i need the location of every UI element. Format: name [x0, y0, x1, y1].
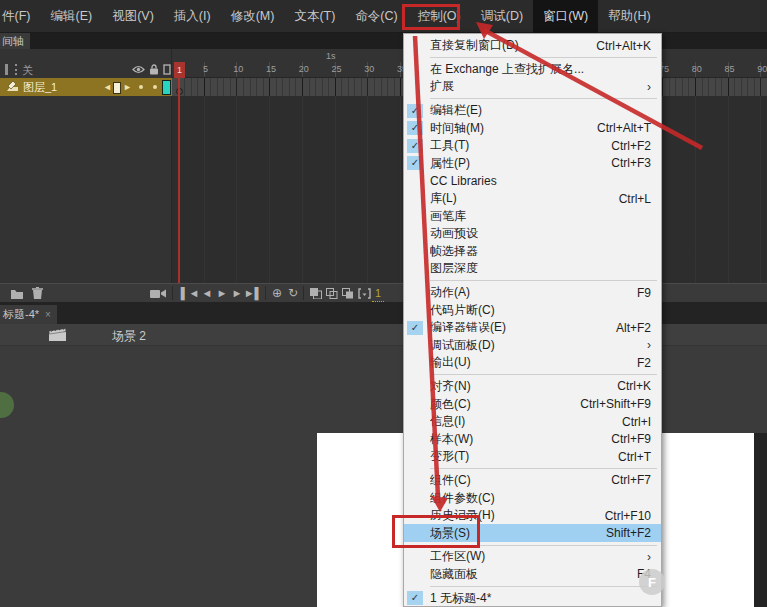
menubar-item-control[interactable]: 控制(O) [408, 0, 471, 33]
menu-item-tools[interactable]: ✓工具(T)Ctrl+F2 [404, 137, 661, 155]
menu-item-shortcut: Ctrl+Shift+F9 [580, 397, 651, 411]
layer-row-1[interactable]: 图层_1 ◄ ► [0, 78, 172, 96]
modify-markers-icon[interactable] [356, 285, 372, 301]
menu-item-properties[interactable]: ✓属性(P)Ctrl+F3 [404, 155, 661, 173]
menu-item-scene[interactable]: 场景(S)Shift+F2 [404, 524, 661, 542]
menubar-item-window[interactable]: 窗口(W) [533, 0, 598, 33]
menu-item-label: 代码片断(C) [430, 302, 651, 319]
toolbar-separator [172, 286, 173, 300]
menu-item-workspace[interactable]: 工作区(W)› [404, 548, 661, 566]
menubar-item-insert[interactable]: 插入(I) [164, 0, 221, 33]
menubar-item-help[interactable]: 帮助(H) [598, 0, 660, 33]
check-column [407, 567, 423, 581]
menu-item-untitled-doc[interactable]: ✓1 无标题-4* [404, 589, 661, 607]
show-hide-all-layers-eye-icon[interactable] [132, 64, 145, 76]
document-tab-label: 标题-4* [3, 307, 39, 322]
current-frame-counter[interactable]: 1 [372, 285, 384, 302]
menu-item-shortcut: Ctrl+F2 [611, 139, 651, 153]
menu-item-actions[interactable]: 动作(A)F9 [404, 284, 661, 302]
play-button[interactable]: ► [214, 285, 230, 301]
menu-item-find-extensions[interactable]: 在 Exchange 上查找扩展名... [404, 61, 661, 79]
menu-item-motion-presets[interactable]: 动画预设 [404, 225, 661, 243]
menu-item-brush-library[interactable]: 画笔库 [404, 207, 661, 225]
menubar-item-view[interactable]: 视图(V) [102, 0, 164, 33]
menubar-item-commands[interactable]: 命令(C) [345, 0, 407, 33]
outline-all-layers-icon[interactable] [163, 64, 171, 77]
window-dropdown-menu: 直接复制窗口(D)Ctrl+Alt+K在 Exchange 上查找扩展名...扩… [403, 33, 662, 607]
tab-timeline[interactable]: 间轴 [0, 33, 30, 50]
go-to-last-frame-button[interactable]: ►▌ [244, 285, 262, 301]
layer-name[interactable]: 图层_1 [23, 80, 57, 95]
menu-item-label: 颜色(C) [430, 396, 568, 413]
menu-separator [430, 57, 657, 58]
menubar-item-file[interactable]: 件(F) [0, 0, 40, 33]
menu-item-code-snippets[interactable]: 代码片断(C) [404, 301, 661, 319]
menu-item-swatches[interactable]: 样本(W)Ctrl+F9 [404, 430, 661, 448]
menu-item-history[interactable]: 历史记录(H)Ctrl+F10 [404, 507, 661, 525]
menu-item-compiler-errors[interactable]: ✓编译器错误(E)Alt+F2 [404, 319, 661, 337]
parenting-view-toggle[interactable]: 关 [22, 63, 33, 78]
menu-item-label: 在 Exchange 上查找扩展名... [430, 61, 651, 78]
check-column [407, 397, 423, 411]
menu-separator [430, 98, 657, 99]
scene-breadcrumb-label[interactable]: 场景 2 [112, 328, 146, 345]
edit-multiple-frames-icon[interactable] [340, 285, 356, 301]
checkmark-icon: ✓ [407, 321, 423, 335]
menu-item-component-parameters[interactable]: 组件参数(C) [404, 489, 661, 507]
playhead-marker[interactable]: 1 [174, 62, 185, 78]
new-folder-icon[interactable] [8, 285, 26, 301]
document-tab[interactable]: 标题-4* × [0, 305, 57, 324]
menu-separator [430, 374, 657, 375]
menu-item-label: 画笔库 [430, 208, 651, 225]
layer-lock-dot[interactable] [153, 85, 157, 89]
menu-item-frame-picker[interactable]: 帧选择器 [404, 243, 661, 261]
menu-item-duplicate-window[interactable]: 直接复制窗口(D)Ctrl+Alt+K [404, 37, 661, 55]
menu-item-shortcut: Ctrl+F10 [605, 509, 651, 523]
watermark-glyph: F [648, 575, 656, 590]
menu-item-layer-depth[interactable]: 图层深度 [404, 260, 661, 278]
menu-item-info[interactable]: 信息(I)Ctrl+I [404, 413, 661, 431]
menu-item-label: 编辑栏(E) [430, 102, 651, 119]
layer-visibility-dot[interactable] [139, 85, 143, 89]
menu-separator [430, 545, 657, 546]
menu-item-debug-panels[interactable]: 调试面板(D)› [404, 337, 661, 355]
menubar-item-debug[interactable]: 调试(D) [471, 0, 533, 33]
menu-item-output[interactable]: 输出(U)F2 [404, 354, 661, 372]
menu-item-label: 工作区(W) [430, 548, 635, 565]
menu-item-color[interactable]: 颜色(C)Ctrl+Shift+F9 [404, 395, 661, 413]
menu-item-cc-libraries[interactable]: CC Libraries [404, 172, 661, 190]
layer-outline-color-swatch[interactable] [162, 80, 171, 95]
layer-range-handle[interactable] [113, 82, 121, 94]
menubar-item-text[interactable]: 文本(T) [284, 0, 345, 33]
menu-item-label: 工具(T) [430, 137, 599, 154]
menu-item-extensions[interactable]: 扩展› [404, 78, 661, 96]
menu-item-label: 库(L) [430, 190, 607, 207]
menu-item-label: 历史记录(H) [430, 507, 593, 524]
camera-icon[interactable] [148, 285, 168, 301]
layer-left-arrow-icon[interactable]: ◄ [103, 82, 112, 92]
loop-playback-button[interactable]: ↻ [284, 285, 302, 301]
playhead-line [178, 78, 180, 283]
menubar-item-edit[interactable]: 编辑(E) [40, 0, 102, 33]
step-back-button[interactable]: ◄ [199, 285, 215, 301]
go-to-first-frame-button[interactable]: ▌◄ [181, 285, 199, 301]
menu-item-transform[interactable]: 变形(T)Ctrl+T [404, 448, 661, 466]
menu-item-align[interactable]: 对齐(N)Ctrl+K [404, 378, 661, 396]
step-forward-button[interactable]: ► [229, 285, 245, 301]
menu-item-edit-bar[interactable]: ✓编辑栏(E) [404, 102, 661, 120]
menu-item-library[interactable]: 库(L)Ctrl+L [404, 190, 661, 208]
menubar-item-modify[interactable]: 修改(M) [221, 0, 285, 33]
delete-trash-icon[interactable] [28, 285, 46, 301]
menu-item-timeline[interactable]: ✓时间轴(M)Ctrl+Alt+T [404, 119, 661, 137]
menu-item-components[interactable]: 组件(C)Ctrl+F7 [404, 472, 661, 490]
menu-item-shortcut: F9 [637, 286, 651, 300]
menu-item-hide-panels[interactable]: 隐藏面板F4 [404, 566, 661, 584]
lock-all-layers-icon[interactable] [149, 64, 159, 77]
onion-skin-icon[interactable] [308, 285, 324, 301]
layer-right-arrow-icon[interactable]: ► [123, 82, 132, 92]
close-icon[interactable]: × [45, 309, 51, 320]
timeline-layer-header: 关 [0, 62, 172, 78]
submenu-arrow-icon: › [647, 338, 651, 352]
onion-skin-outlines-icon[interactable] [324, 285, 340, 301]
submenu-arrow-icon: › [647, 80, 651, 94]
